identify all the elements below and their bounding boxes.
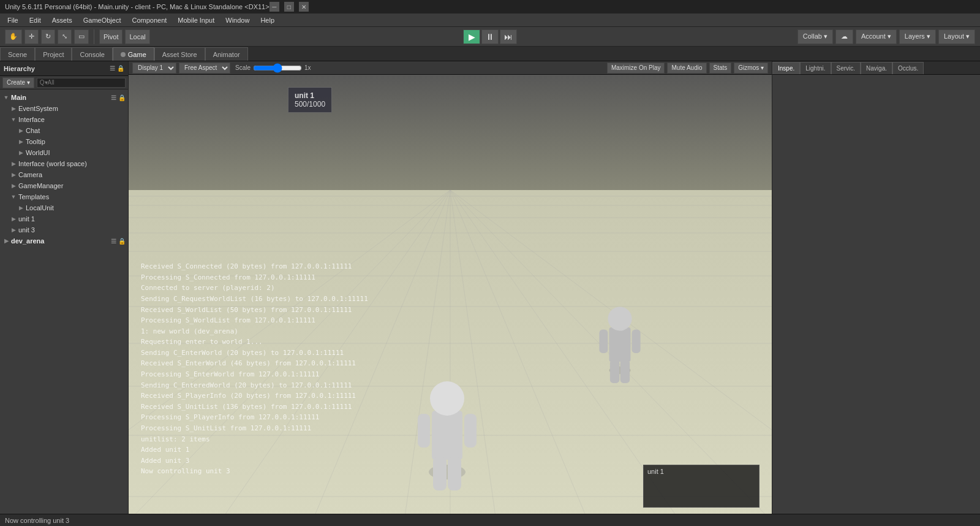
hier-item-main[interactable]: ▼Main☰ 🔒 (0, 92, 128, 103)
tab-animator[interactable]: Animator (205, 47, 248, 61)
svg-rect-29 (433, 457, 447, 490)
toolbar: ✋ ✛ ↻ ⤡ ▭ Pivot Local ▶ ⏸ ⏭ Collab ▾ ☁ A… (0, 27, 980, 47)
rect-tool-button[interactable]: ▭ (74, 29, 89, 44)
hier-item-interface-(world-space)[interactable]: ▶Interface (world space) (0, 158, 128, 169)
inspector-tab-naviga[interactable]: Naviga. (861, 62, 892, 74)
window-controls[interactable]: ─ □ ✕ (270, 2, 309, 12)
menu-item-help[interactable]: Help (255, 15, 279, 25)
tab-game[interactable]: Game (113, 47, 154, 61)
expand-arrow[interactable]: ▶ (10, 171, 17, 178)
hier-item-interface[interactable]: ▼Interface (0, 114, 128, 125)
top-right-controls: Collab ▾ ☁ Account ▾ Layers ▾ Layout ▾ (797, 29, 975, 44)
hier-item-chat[interactable]: ▶Chat (0, 125, 128, 136)
expand-arrow[interactable]: ▶ (2, 237, 10, 245)
hier-item-label: Templates (18, 193, 49, 200)
hier-item-unit-1[interactable]: ▶unit 1 (0, 213, 128, 224)
layers-button[interactable]: Layers ▾ (899, 29, 936, 44)
maximize-button[interactable]: □ (284, 2, 294, 12)
menu-item-assets[interactable]: Assets (47, 15, 77, 25)
game-viewport[interactable]: unit 1 500/1000 Received S_Connected (20… (129, 75, 772, 514)
log-line: unitlist: 2 items (141, 434, 368, 445)
svg-point-33 (608, 307, 631, 330)
expand-arrow[interactable]: ▶ (10, 215, 17, 223)
hier-item-tooltip[interactable]: ▶Tooltip (0, 136, 128, 147)
layout-button[interactable]: Layout ▾ (938, 29, 975, 44)
gizmos-button[interactable]: Gizmos ▾ (734, 63, 768, 74)
hier-item-label: Interface (18, 116, 45, 123)
tab-asset-store[interactable]: Asset Store (154, 47, 205, 61)
hier-item-dev_arena[interactable]: ▶dev_arena☰ 🔒 (0, 235, 128, 246)
menu-item-edit[interactable]: Edit (24, 15, 46, 25)
inspector-tab-inspe[interactable]: Inspe. (772, 62, 800, 74)
hier-item-worldui[interactable]: ▶WorldUI (0, 147, 128, 158)
log-line: Connected to server (playerid: 2) (141, 283, 368, 294)
hier-item-templates[interactable]: ▼Templates (0, 191, 128, 202)
inspector-tab-lightni[interactable]: Lightni. (800, 62, 831, 74)
hierarchy-header: Hierarchy ☰ 🔒 (0, 61, 128, 76)
menu-item-gameobject[interactable]: GameObject (78, 15, 126, 25)
pause-button[interactable]: ⏸ (481, 29, 499, 44)
title-text: Unity 5.6.1f1 Personal (64bit) - Main.un… (5, 3, 270, 10)
expand-arrow[interactable]: ▶ (17, 127, 24, 134)
step-button[interactable]: ⏭ (500, 29, 517, 44)
scale-slider[interactable] (253, 64, 302, 72)
account-button[interactable]: Account ▾ (856, 29, 897, 44)
inspector-tab-occlus[interactable]: Occlus. (892, 62, 924, 74)
svg-point-26 (430, 381, 464, 416)
menu-item-mobile-input[interactable]: Mobile Input (173, 15, 219, 25)
close-button[interactable]: ✕ (299, 2, 309, 12)
maximize-on-play-button[interactable]: Maximize On Play (607, 63, 665, 74)
tab-project[interactable]: Project (35, 47, 72, 61)
scale-tool-button[interactable]: ⤡ (58, 29, 72, 44)
hier-item-unit-3[interactable]: ▶unit 3 (0, 224, 128, 235)
minimize-button[interactable]: ─ (270, 2, 279, 12)
game-toolbar: Display 1 Free Aspect Scale 1x Maximize … (129, 61, 772, 75)
hierarchy-create-button[interactable]: Create ▾ (2, 77, 34, 88)
unit1-label: unit 1 (647, 468, 664, 475)
hier-item-gamemanager[interactable]: ▶GameManager (0, 180, 128, 191)
hand-tool-button[interactable]: ✋ (5, 29, 22, 44)
right-panel: Inspe.Lightni.Servic.Naviga.Occlus. (772, 61, 980, 514)
expand-arrow[interactable]: ▶ (17, 149, 24, 156)
pivot-button[interactable]: Pivot (99, 29, 123, 44)
play-button[interactable]: ▶ (463, 29, 480, 44)
hier-item-label: unit 1 (18, 215, 35, 223)
expand-arrow[interactable]: ▼ (2, 94, 10, 101)
collab-button[interactable]: Collab ▾ (797, 29, 833, 44)
rotate-tool-button[interactable]: ↻ (41, 29, 55, 44)
aspect-select[interactable]: Free Aspect (179, 63, 230, 74)
inspector-tab-servic[interactable]: Servic. (831, 62, 861, 74)
expand-arrow[interactable]: ▶ (10, 182, 17, 189)
tab-console[interactable]: Console (72, 47, 112, 61)
tab-scene[interactable]: Scene (0, 47, 35, 61)
expand-arrow[interactable]: ▶ (17, 138, 24, 145)
local-button[interactable]: Local (125, 29, 149, 44)
log-line: Received S_WorldList (50 bytes) from 127… (141, 305, 368, 316)
scale-value: 1x (304, 64, 311, 71)
mute-audio-button[interactable]: Mute Audio (667, 63, 706, 74)
expand-arrow[interactable]: ▶ (17, 204, 24, 212)
expand-arrow[interactable]: ▼ (10, 116, 17, 123)
cloud-button[interactable]: ☁ (835, 29, 853, 44)
menu-item-component[interactable]: Component (127, 15, 172, 25)
expand-arrow[interactable]: ▶ (10, 160, 17, 167)
hier-item-localunit[interactable]: ▶LocalUnit (0, 202, 128, 213)
tab-row: SceneProjectConsoleGameAsset StoreAnimat… (0, 47, 980, 61)
hierarchy-search-input[interactable] (37, 78, 126, 88)
hierarchy-content: ▼Main☰ 🔒▶EventSystem▼Interface▶Chat▶Tool… (0, 90, 128, 514)
menu-item-window[interactable]: Window (221, 15, 254, 25)
hier-item-label: Tooltip (26, 138, 45, 145)
log-line: Sending C_EnteredWorld (20 bytes) to 127… (141, 380, 368, 391)
stats-button[interactable]: Stats (709, 63, 732, 74)
log-line: Now controlling unit 3 (141, 466, 368, 477)
hier-item-label: GameManager (18, 182, 63, 189)
move-tool-button[interactable]: ✛ (24, 29, 39, 44)
scene-controls: ☰ 🔒 (111, 238, 126, 245)
expand-arrow[interactable]: ▶ (10, 105, 17, 112)
menu-item-file[interactable]: File (2, 15, 23, 25)
hier-item-camera[interactable]: ▶Camera (0, 169, 128, 180)
expand-arrow[interactable]: ▼ (10, 193, 17, 200)
display-select[interactable]: Display 1 (132, 63, 176, 74)
hier-item-eventsystem[interactable]: ▶EventSystem (0, 103, 128, 114)
expand-arrow[interactable]: ▶ (10, 226, 17, 234)
